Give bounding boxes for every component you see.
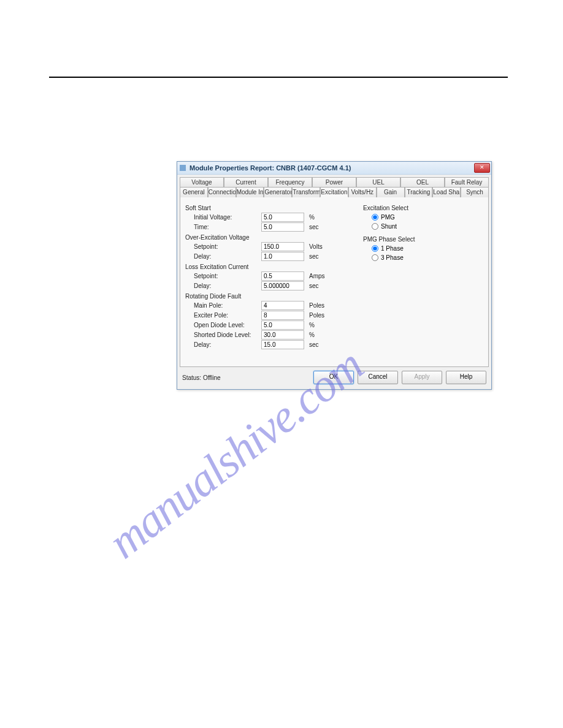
dialog-footer: Status: Offline OK Cancel Apply Help xyxy=(177,367,491,389)
tab-excitation[interactable]: Excitation xyxy=(320,187,348,197)
left-column: Soft Start Initial Voltage: 5.0 % Time: … xyxy=(185,202,351,350)
open-diode-label: Open Diode Level: xyxy=(185,322,261,328)
tab-oel[interactable]: OEL xyxy=(400,177,445,187)
shorted-diode-unit: % xyxy=(304,332,331,338)
tab-load-share[interactable]: Load Share xyxy=(432,187,461,197)
radio-1phase-row: 1 Phase xyxy=(372,244,467,253)
field-oev-delay: Delay: 1.0 sec xyxy=(185,252,351,261)
field-main-pole: Main Pole: 4 Poles xyxy=(185,301,351,310)
status-value: Offline xyxy=(203,374,221,381)
rdf-delay-input[interactable]: 15.0 xyxy=(261,340,304,349)
radio-1phase-label: 1 Phase xyxy=(381,245,404,252)
field-initial-voltage: Initial Voltage: 5.0 % xyxy=(185,213,351,222)
lec-setpoint-input[interactable]: 0.5 xyxy=(261,271,304,281)
tab-tracking[interactable]: Tracking xyxy=(405,187,433,197)
over-excitation-heading: Over-Excitation Voltage xyxy=(185,234,351,241)
time-input[interactable]: 5.0 xyxy=(261,222,304,232)
radio-3phase-label: 3 Phase xyxy=(381,254,404,261)
field-lec-delay: Delay: 5.000000 sec xyxy=(185,281,351,290)
oev-delay-label: Delay: xyxy=(185,253,261,260)
initial-voltage-input[interactable]: 5.0 xyxy=(261,213,304,222)
tab-gain[interactable]: Gain xyxy=(377,187,405,197)
excitation-select-group: PMG Shunt xyxy=(372,213,467,231)
tab-voltage[interactable]: Voltage xyxy=(180,177,224,187)
time-label: Time: xyxy=(185,224,261,230)
radio-3phase[interactable] xyxy=(372,254,378,261)
module-properties-dialog: Module Properties Report: CNBR (1407-CGC… xyxy=(177,161,492,390)
exciter-pole-unit: Poles xyxy=(304,312,331,319)
close-button[interactable]: ✕ xyxy=(474,163,490,173)
radio-3phase-row: 3 Phase xyxy=(372,253,467,262)
radio-pmg-label: PMG xyxy=(381,214,395,221)
status-text: Status: Offline xyxy=(182,374,310,381)
status-label: Status: xyxy=(182,374,201,381)
shorted-diode-label: Shorted Diode Level: xyxy=(185,332,261,338)
tabs-row-1: Voltage Current Frequency Power UEL OEL … xyxy=(180,177,489,187)
tab-connection[interactable]: Connection xyxy=(208,187,236,197)
oev-setpoint-unit: Volts xyxy=(304,243,331,250)
radio-pmg-row: PMG xyxy=(372,213,467,222)
radio-1phase[interactable] xyxy=(372,245,378,252)
main-pole-label: Main Pole: xyxy=(185,302,261,309)
field-oev-setpoint: Setpoint: 150.0 Volts xyxy=(185,242,351,251)
field-rdf-delay: Delay: 15.0 sec xyxy=(185,340,351,349)
radio-pmg[interactable] xyxy=(372,214,378,221)
shorted-diode-input[interactable]: 30.0 xyxy=(261,330,304,339)
tab-frequency[interactable]: Frequency xyxy=(268,177,312,187)
window-title: Module Properties Report: CNBR (1407-CGC… xyxy=(190,164,351,172)
field-exciter-pole: Exciter Pole: 8 Poles xyxy=(185,311,351,320)
tab-module-info[interactable]: Module Info xyxy=(236,187,264,197)
tabs-container: Voltage Current Frequency Power UEL OEL … xyxy=(177,175,491,367)
lec-delay-unit: sec xyxy=(304,282,331,289)
pmg-phase-heading: PMG Phase Select xyxy=(363,236,467,243)
tab-general[interactable]: General xyxy=(180,187,208,197)
tab-synch[interactable]: Synch xyxy=(461,187,489,197)
help-button[interactable]: Help xyxy=(446,371,486,384)
soft-start-heading: Soft Start xyxy=(185,205,351,211)
exciter-pole-input[interactable]: 8 xyxy=(261,311,304,320)
apply-button[interactable]: Apply xyxy=(402,371,442,384)
open-diode-unit: % xyxy=(304,322,331,328)
radio-shunt-label: Shunt xyxy=(381,223,397,230)
tab-power[interactable]: Power xyxy=(312,177,356,187)
radio-shunt[interactable] xyxy=(372,223,378,230)
tab-transformers[interactable]: Transformers xyxy=(292,187,320,197)
ok-button[interactable]: OK xyxy=(313,371,354,384)
tabs-row-2: General Connection Module Info Generator… xyxy=(180,187,489,197)
right-column: Excitation Select PMG Shunt PMG Phase Se… xyxy=(363,202,467,267)
main-pole-unit: Poles xyxy=(304,302,331,309)
field-shorted-diode: Shorted Diode Level: 30.0 % xyxy=(185,330,351,339)
field-time: Time: 5.0 sec xyxy=(185,222,351,232)
excitation-select-heading: Excitation Select xyxy=(363,205,467,211)
initial-voltage-unit: % xyxy=(304,214,331,221)
field-lec-setpoint: Setpoint: 0.5 Amps xyxy=(185,271,351,281)
oev-delay-unit: sec xyxy=(304,253,331,260)
field-open-diode: Open Diode Level: 5.0 % xyxy=(185,320,351,330)
tab-volts-hz[interactable]: Volts/Hz xyxy=(348,187,377,197)
initial-voltage-label: Initial Voltage: xyxy=(185,214,261,221)
tab-generator[interactable]: Generator xyxy=(264,187,292,197)
main-pole-input[interactable]: 4 xyxy=(261,301,304,310)
loss-excitation-heading: Loss Excitation Current xyxy=(185,264,351,270)
rdf-delay-label: Delay: xyxy=(185,341,261,348)
cancel-button[interactable]: Cancel xyxy=(358,371,398,384)
lec-setpoint-unit: Amps xyxy=(304,273,331,279)
page-divider xyxy=(49,77,508,78)
time-unit: sec xyxy=(304,224,331,230)
radio-shunt-row: Shunt xyxy=(372,222,467,231)
tab-uel[interactable]: UEL xyxy=(356,177,400,187)
pmg-phase-group: 1 Phase 3 Phase xyxy=(372,244,467,262)
rotating-diode-heading: Rotating Diode Fault xyxy=(185,293,351,300)
titlebar[interactable]: Module Properties Report: CNBR (1407-CGC… xyxy=(177,162,491,175)
oev-setpoint-input[interactable]: 150.0 xyxy=(261,242,304,251)
exciter-pole-label: Exciter Pole: xyxy=(185,312,261,319)
lec-delay-input[interactable]: 5.000000 xyxy=(261,281,304,290)
lec-setpoint-label: Setpoint: xyxy=(185,273,261,279)
tab-fault-relay[interactable]: Fault Relay xyxy=(445,177,489,187)
tab-current[interactable]: Current xyxy=(224,177,268,187)
rdf-delay-unit: sec xyxy=(304,341,331,348)
app-icon xyxy=(180,165,186,171)
oev-delay-input[interactable]: 1.0 xyxy=(261,252,304,261)
tab-body-excitation: Soft Start Initial Voltage: 5.0 % Time: … xyxy=(180,197,489,367)
open-diode-input[interactable]: 5.0 xyxy=(261,320,304,330)
